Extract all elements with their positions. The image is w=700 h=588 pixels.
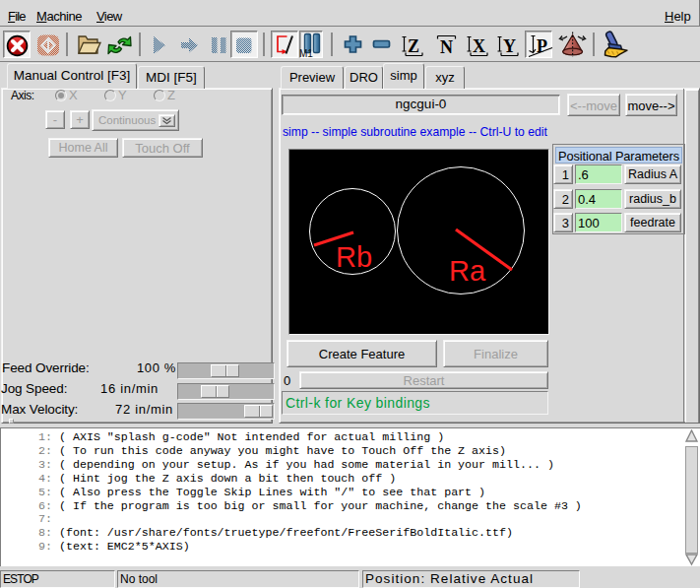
- svg-text:Y: Y: [503, 36, 516, 56]
- svg-text:M1: M1: [299, 48, 313, 59]
- svg-text:X: X: [473, 36, 485, 56]
- svg-text:Z: Z: [408, 36, 419, 56]
- svg-text:Rb: Rb: [336, 241, 372, 273]
- svg-text:N: N: [440, 37, 453, 57]
- svg-text:Ra: Ra: [449, 255, 486, 287]
